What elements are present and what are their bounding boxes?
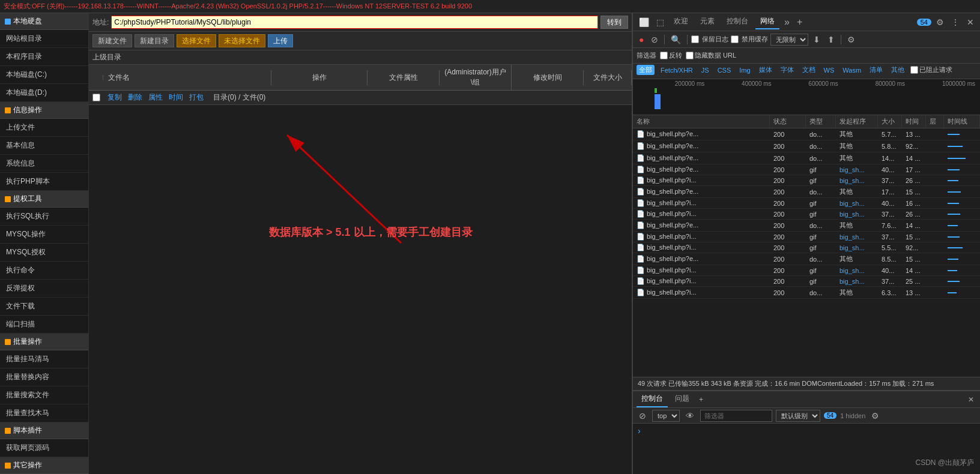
preserve-log-checkbox[interactable]: 保留日志	[691, 35, 728, 44]
sidebar-item-batch-horse[interactable]: 批量挂马清马	[0, 350, 88, 368]
sidebar-item-site-root[interactable]: 网站根目录	[0, 30, 88, 48]
filter-doc[interactable]: 文档	[800, 65, 818, 75]
net-row[interactable]: 📄big_shell.php?e... 200 do... 其他 5.8... …	[633, 140, 980, 152]
disable-cache-checkbox[interactable]: 禁用缓存	[731, 35, 768, 44]
sidebar-item-batch-trojan[interactable]: 批量查找木马	[0, 404, 88, 422]
delete-btn[interactable]: 删除	[127, 92, 144, 103]
filter-all[interactable]: 全部	[637, 65, 655, 75]
devtools-device-btn[interactable]: ⬚	[654, 16, 667, 28]
net-row[interactable]: 📄big_shell.php?e... 200 do... 其他 14... 1…	[633, 152, 980, 164]
nth-layer[interactable]: 层	[926, 115, 944, 128]
sidebar-item-disk-c[interactable]: 本地磁盘(C:)	[0, 66, 88, 84]
net-row[interactable]: 📄big_shell.php?e... 200 do... 其他 7.6... …	[633, 220, 980, 232]
sidebar-item-file-download[interactable]: 文件下载	[0, 298, 88, 316]
filter-css[interactable]: CSS	[715, 66, 734, 74]
select-file-button[interactable]: 选择文件	[177, 34, 216, 47]
sidebar-item-exec-php[interactable]: 执行PHP脚本	[0, 173, 88, 191]
devtools-more-btn[interactable]: »	[782, 16, 792, 29]
filter-font[interactable]: 字体	[778, 65, 796, 75]
filter-xhr[interactable]: Fetch/XHR	[658, 66, 695, 74]
tab-elements[interactable]: 元素	[695, 14, 719, 29]
sidebar-item-get-source[interactable]: 获取网页源码	[0, 439, 88, 457]
console-add-btn[interactable]: +	[697, 393, 706, 406]
throttle-select[interactable]: 无限制	[770, 34, 808, 46]
settings-network-btn[interactable]: ⚙	[845, 34, 858, 46]
filter-js[interactable]: JS	[699, 66, 712, 74]
nth-type[interactable]: 类型	[806, 115, 836, 128]
nth-size[interactable]: 大小	[878, 115, 902, 128]
sidebar-item-bounce-privilege[interactable]: 反弹提权	[0, 280, 88, 298]
network-table[interactable]: 名称 状态 类型 发起程序 大小 时间 层 时间线 📄big_shell.php…	[633, 115, 980, 377]
sidebar-item-exec-cmd[interactable]: 执行命令	[0, 262, 88, 280]
upload-button[interactable]: 上传	[268, 34, 293, 47]
nth-time[interactable]: 时间	[902, 115, 926, 128]
filter-manifest[interactable]: 清单	[867, 65, 885, 75]
filter-img[interactable]: Img	[737, 66, 752, 74]
filter-wasm[interactable]: Wasm	[840, 66, 864, 74]
devtools-plus-btn[interactable]: +	[794, 16, 805, 29]
unselect-button[interactable]: 未选择文件	[219, 34, 265, 47]
tab-network[interactable]: 网络	[755, 14, 779, 29]
new-dir-button[interactable]: 新建目录	[135, 34, 174, 47]
sidebar-section-privilege[interactable]: 提权工具	[0, 191, 88, 208]
time-btn[interactable]: 时间	[168, 92, 184, 103]
net-row[interactable]: 📄big_shell.php?e... 200 do... 其他 8.5... …	[633, 253, 980, 265]
pack-btn[interactable]: 打包	[188, 92, 205, 103]
tab-issues[interactable]: 问题	[670, 391, 694, 407]
net-row[interactable]: 📄big_shell.php?i... 200 gif big_sh... 37…	[633, 276, 980, 287]
goto-button[interactable]: 转到	[600, 16, 628, 29]
devtools-close-btn[interactable]: ✕	[964, 16, 976, 28]
tab-console-panel[interactable]: 控制台	[637, 391, 668, 407]
breadcrumb[interactable]: 上级目录	[92, 52, 121, 62]
devtools-overflow-btn[interactable]: ⋮	[949, 16, 962, 28]
console-arrow[interactable]: ›	[638, 426, 641, 436]
reverse-checkbox[interactable]: 反转	[660, 51, 682, 60]
console-settings-btn[interactable]: ⚙	[869, 410, 882, 422]
address-input[interactable]	[111, 16, 598, 29]
console-close-btn[interactable]: ✕	[966, 393, 976, 406]
nth-status[interactable]: 状态	[770, 115, 806, 128]
sidebar-section-plugin[interactable]: 脚本插件	[0, 422, 88, 439]
filter-other[interactable]: 其他	[889, 65, 907, 75]
select-all-checkbox[interactable]	[92, 94, 100, 101]
sidebar-section-batch[interactable]: 批量操作	[0, 334, 88, 350]
net-row[interactable]: 📄big_shell.php?e... 200 do... 其他 5.7... …	[633, 128, 980, 140]
console-clear-btn[interactable]: ⊘	[637, 410, 649, 422]
sidebar-item-program-dir[interactable]: 本程序目录	[0, 48, 88, 66]
sidebar-item-sys-info[interactable]: 系统信息	[0, 155, 88, 173]
nth-name[interactable]: 名称	[633, 115, 770, 128]
net-row[interactable]: 📄big_shell.php?e... 200 do... 其他 17... 1…	[633, 186, 980, 198]
filter-ws[interactable]: WS	[821, 66, 837, 74]
net-row[interactable]: 📄big_shell.php?i... 200 do... 其他 6.3... …	[633, 287, 980, 299]
tab-welcome[interactable]: 欢迎	[669, 14, 693, 29]
hide-url-checkbox[interactable]: 隐藏数据 URL	[686, 51, 736, 60]
console-context-select[interactable]: top	[652, 410, 680, 422]
sidebar-section-other[interactable]: 其它操作	[0, 457, 88, 474]
console-eye-btn[interactable]: 👁	[683, 410, 697, 422]
clear-btn[interactable]: ⊘	[649, 34, 661, 46]
new-file-button[interactable]: 新建文件	[92, 34, 132, 47]
export-btn[interactable]: ⬆	[825, 34, 837, 46]
console-filter-input[interactable]	[700, 410, 772, 422]
blocked-req-checkbox[interactable]: 已阻止请求	[910, 65, 952, 74]
net-row[interactable]: 📄big_shell.php?i... 200 gif big_sh... 5.…	[633, 242, 980, 253]
nth-initiator[interactable]: 发起程序	[836, 115, 878, 128]
attr-btn[interactable]: 属性	[147, 92, 164, 103]
sidebar-item-upload-file[interactable]: 上传文件	[0, 119, 88, 137]
net-row[interactable]: 📄big_shell.php?i... 200 gif big_sh... 40…	[633, 265, 980, 276]
search-btn[interactable]: 🔍	[668, 34, 683, 46]
sidebar-section-info-ops[interactable]: 信息操作	[0, 102, 88, 119]
sidebar-item-port-scan[interactable]: 端口扫描	[0, 316, 88, 334]
net-row[interactable]: 📄big_shell.php?e... 200 gif big_sh... 40…	[633, 164, 980, 175]
devtools-settings-btn[interactable]: ⚙	[934, 16, 946, 28]
net-row[interactable]: 📄big_shell.php?i... 200 gif big_sh... 40…	[633, 198, 980, 209]
copy-btn[interactable]: 复制	[106, 92, 123, 103]
sidebar-item-sql[interactable]: 执行SQL执行	[0, 208, 88, 226]
net-row[interactable]: 📄big_shell.php?i... 200 gif big_sh... 37…	[633, 175, 980, 186]
sidebar-item-basic-info[interactable]: 基本信息	[0, 137, 88, 155]
nth-timeline sort-icon[interactable]: 时间线	[944, 115, 980, 128]
sidebar-item-batch-replace[interactable]: 批量替换内容	[0, 368, 88, 386]
sidebar-item-mysql-grant[interactable]: MYSQL授权	[0, 244, 88, 262]
sidebar-item-batch-search[interactable]: 批量搜索文件	[0, 386, 88, 404]
import-btn[interactable]: ⬇	[811, 34, 823, 46]
